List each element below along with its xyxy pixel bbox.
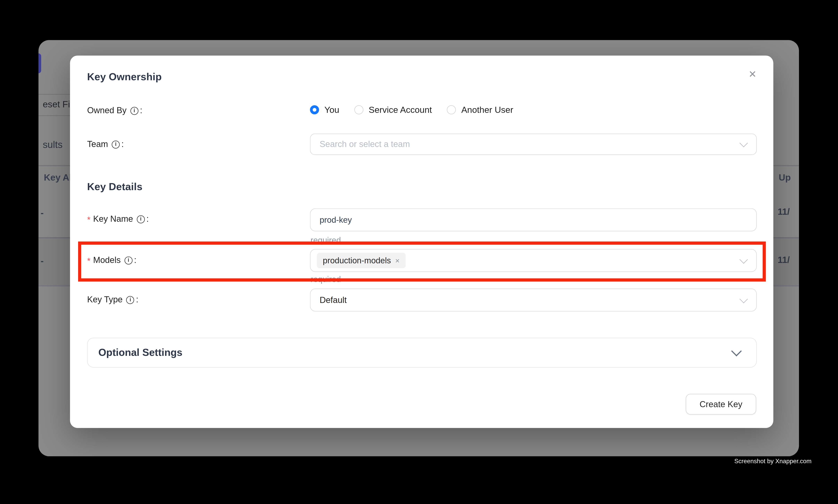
tag-remove-icon[interactable]: ×: [395, 256, 399, 265]
radio-circle-icon[interactable]: [354, 105, 363, 114]
table-row-updated-cell: 11/: [778, 206, 790, 218]
models-label: * Models i :: [87, 254, 137, 266]
results-count-fragment: sults: [43, 139, 63, 151]
info-icon[interactable]: i: [112, 140, 120, 148]
required-asterisk: *: [87, 255, 90, 267]
table-row-updated-cell: 11/: [778, 254, 790, 266]
required-asterisk: *: [87, 214, 90, 226]
info-icon[interactable]: i: [124, 256, 132, 264]
reset-filters-label-fragment: eset Filt: [43, 99, 75, 110]
table-row-alias-cell: -: [41, 255, 44, 267]
optional-settings-toggle[interactable]: Optional Settings: [87, 338, 757, 367]
models-label-text: Models: [93, 254, 121, 266]
radio-service-account[interactable]: Service Account: [354, 105, 432, 115]
team-label-text: Team: [87, 138, 108, 150]
owned-by-label: Owned By i :: [87, 105, 142, 116]
key-name-value: prod-key: [320, 215, 352, 225]
chevron-down-icon: [739, 255, 748, 264]
team-select-placeholder: Search or select a team: [320, 139, 410, 149]
key-type-value: Default: [320, 295, 347, 305]
key-type-select[interactable]: Default: [310, 288, 757, 311]
radio-circle-icon[interactable]: [447, 105, 456, 114]
key-name-required-message: required: [310, 236, 341, 245]
key-name-input[interactable]: prod-key: [310, 209, 757, 232]
models-select[interactable]: production-models ×: [310, 249, 757, 272]
key-type-label-text: Key Type: [87, 294, 123, 305]
create-key-button[interactable]: Create Key: [686, 394, 756, 415]
owned-by-label-text: Owned By: [87, 105, 126, 116]
radio-you[interactable]: You: [310, 105, 339, 115]
info-icon[interactable]: i: [137, 215, 145, 223]
owned-by-radio-group: You Service Account Another User: [310, 105, 513, 115]
key-type-label: Key Type i :: [87, 294, 138, 305]
models-required-message: required: [310, 275, 341, 284]
team-label: Team i :: [87, 138, 124, 150]
create-key-button-fragment[interactable]: [38, 53, 41, 73]
key-name-label-text: Key Name: [93, 213, 133, 225]
key-name-label: * Key Name i :: [87, 213, 149, 225]
close-icon[interactable]: ✕: [746, 67, 759, 81]
watermark-text: Screenshot by Xnapper.com: [734, 458, 812, 464]
chevron-down-icon: [739, 295, 748, 303]
column-header-updated: Up: [779, 172, 791, 184]
screenshot-stage: eset Filt sults Key Alia Up - 11/ - 11/ …: [0, 0, 838, 504]
create-key-modal: Key Ownership ✕ Owned By i : You Service…: [70, 56, 773, 428]
info-icon[interactable]: i: [126, 296, 134, 304]
radio-another-user[interactable]: Another User: [447, 105, 513, 115]
info-icon[interactable]: i: [130, 107, 138, 114]
chevron-down-icon: [739, 139, 748, 147]
optional-settings-title: Optional Settings: [99, 347, 182, 358]
key-details-heading: Key Details: [87, 181, 142, 193]
radio-circle-checked-icon[interactable]: [310, 105, 319, 114]
modal-title: Key Ownership: [87, 71, 162, 83]
team-select[interactable]: Search or select a team: [310, 133, 757, 155]
selected-model-tag-text: production-models: [323, 256, 391, 265]
chevron-down-icon: [731, 346, 742, 356]
table-row-alias-cell: -: [41, 207, 44, 219]
selected-model-tag: production-models ×: [317, 253, 406, 268]
